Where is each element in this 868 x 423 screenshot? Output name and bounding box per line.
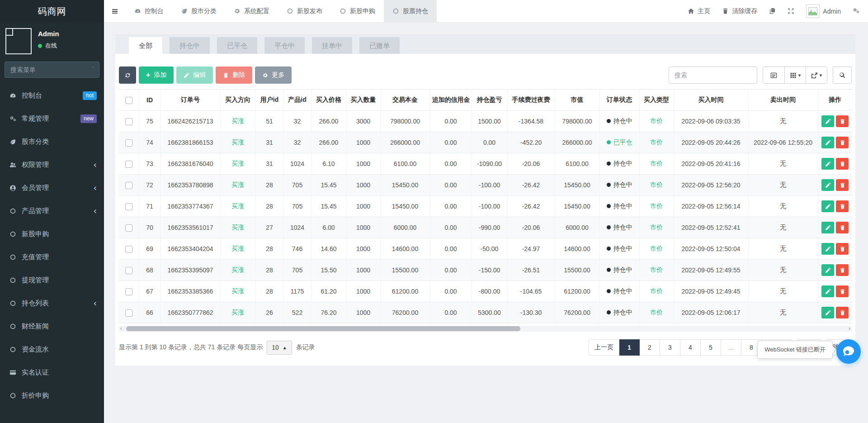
row-actions-cell	[818, 132, 852, 153]
cell-buy_type: 市价	[639, 217, 674, 238]
row-checkbox[interactable]	[125, 246, 132, 253]
row-checkbox[interactable]	[125, 118, 132, 125]
sidebar-item-label: 实名认证	[22, 368, 97, 377]
detail-view-button[interactable]	[763, 67, 784, 83]
row-delete-button[interactable]	[836, 158, 849, 170]
chevron-left-icon: ‹	[93, 161, 97, 169]
search-icon[interactable]	[92, 67, 94, 73]
row-delete-button[interactable]	[836, 264, 849, 276]
cell-sell_time: 无	[748, 196, 818, 217]
sidebar-item[interactable]: 会员管理‹	[0, 176, 104, 200]
row-delete-button[interactable]	[836, 307, 849, 318]
clear-cache-button[interactable]: 清除缓存	[716, 0, 763, 23]
page-button-5[interactable]: 5	[701, 339, 721, 356]
sidebar-item[interactable]: 折价申购	[0, 384, 104, 407]
row-delete-button[interactable]	[836, 200, 849, 212]
sidebar-item[interactable]: 财经新闻	[0, 315, 104, 338]
tab-已平仓[interactable]: 已平仓	[217, 37, 257, 54]
tab-全部[interactable]: 全部	[129, 37, 162, 54]
row-checkbox[interactable]	[125, 139, 132, 147]
chat-fab-button[interactable]	[836, 339, 861, 364]
refresh-button[interactable]	[119, 67, 136, 84]
page-button-3[interactable]: 3	[660, 339, 680, 356]
cell-direction: 买涨	[220, 260, 255, 281]
topnav-item[interactable]: 新股申购	[331, 0, 384, 22]
fullscreen-button[interactable]	[782, 0, 800, 23]
row-checkbox[interactable]	[125, 224, 132, 232]
row-delete-button[interactable]	[836, 137, 849, 148]
select-all-checkbox[interactable]	[125, 97, 132, 104]
sidebar-item[interactable]: 常规管理new	[0, 107, 104, 130]
profile-menu[interactable]: Admin	[800, 0, 847, 23]
topnav-item[interactable]: 控制台	[126, 0, 172, 22]
delete-button[interactable]: 删除	[216, 67, 252, 84]
prev-page-button[interactable]: 上一页	[589, 339, 619, 356]
horizontal-scrollbar[interactable]: ‹ ›	[119, 326, 852, 332]
row-checkbox[interactable]	[125, 161, 132, 168]
scrollbar-thumb[interactable]	[126, 326, 520, 331]
row-edit-button[interactable]	[821, 307, 834, 318]
sidebar-item[interactable]: 实名认证	[0, 361, 104, 384]
home-icon	[688, 8, 694, 14]
tab-已撤单[interactable]: 已撤单	[359, 37, 400, 54]
header-select-all	[119, 90, 139, 111]
search-button[interactable]	[833, 67, 852, 84]
export-button[interactable]: ▾	[806, 67, 827, 83]
settings-button[interactable]	[847, 0, 865, 23]
page-button-2[interactable]: 2	[640, 339, 660, 356]
row-delete-button[interactable]	[836, 285, 849, 297]
topnav-item[interactable]: 股市分类	[172, 0, 225, 22]
cell-id: 72	[139, 175, 160, 196]
sidebar-item[interactable]: 控制台hot	[0, 84, 104, 107]
row-edit-button[interactable]	[821, 243, 834, 255]
sidebar-search-input[interactable]	[10, 66, 92, 73]
tab-挂单中[interactable]: 挂单中	[312, 37, 352, 54]
row-checkbox[interactable]	[125, 182, 132, 189]
scroll-right-icon[interactable]: ›	[849, 326, 850, 332]
topnav-item[interactable]: 系统配置	[225, 0, 278, 22]
columns-button[interactable]: ▾	[784, 67, 806, 83]
tab-持仓中[interactable]: 持仓中	[170, 37, 210, 54]
row-edit-button[interactable]	[821, 115, 834, 127]
topnav-item[interactable]: 股票持仓	[384, 0, 437, 22]
page-button-4[interactable]: 4	[680, 339, 701, 356]
cell-profit_loss: -1090.00	[472, 153, 507, 175]
topnav-item[interactable]: 新股发布	[278, 0, 331, 22]
home-button[interactable]: 主页	[682, 0, 716, 23]
page-size-select[interactable]: 10 ▲	[267, 341, 292, 355]
sidebar-item[interactable]: 资金流水	[0, 338, 104, 361]
sidebar-item[interactable]: 新股申购	[0, 223, 104, 246]
row-delete-button[interactable]	[836, 179, 849, 191]
badge-new: new	[80, 114, 97, 123]
edit-button[interactable]: 编辑	[176, 67, 213, 84]
sidebar-item[interactable]: 股市分类	[0, 130, 104, 153]
more-button[interactable]: 更多	[255, 67, 292, 84]
sidebar-item[interactable]: 充值管理	[0, 246, 104, 269]
row-edit-button[interactable]	[821, 200, 834, 212]
add-button[interactable]: +添加	[139, 67, 174, 84]
table-search-input[interactable]	[669, 67, 757, 84]
row-checkbox[interactable]	[125, 309, 132, 317]
sidebar-item[interactable]: 权限管理‹	[0, 153, 104, 176]
sidebar-item[interactable]: 提现管理	[0, 269, 104, 292]
row-delete-button[interactable]	[836, 243, 849, 255]
column-header: ID	[139, 90, 160, 111]
row-checkbox[interactable]	[125, 203, 132, 210]
row-delete-button[interactable]	[836, 222, 849, 233]
row-edit-button[interactable]	[821, 137, 834, 148]
tab-平仓中[interactable]: 平仓中	[264, 37, 305, 54]
page-button-1[interactable]: 1	[619, 339, 640, 356]
row-edit-button[interactable]	[821, 285, 834, 297]
sidebar-item[interactable]: 产品管理‹	[0, 200, 104, 223]
row-checkbox[interactable]	[125, 288, 132, 295]
row-checkbox[interactable]	[125, 267, 132, 274]
scroll-left-icon[interactable]: ‹	[120, 326, 122, 332]
row-edit-button[interactable]	[821, 264, 834, 276]
copy-tabs-button[interactable]	[763, 0, 782, 23]
row-delete-button[interactable]	[836, 115, 849, 127]
row-edit-button[interactable]	[821, 158, 834, 170]
row-edit-button[interactable]	[821, 179, 834, 191]
hamburger-menu-icon[interactable]	[104, 0, 126, 22]
row-edit-button[interactable]	[821, 222, 834, 233]
sidebar-item[interactable]: 持仓列表‹	[0, 292, 104, 315]
